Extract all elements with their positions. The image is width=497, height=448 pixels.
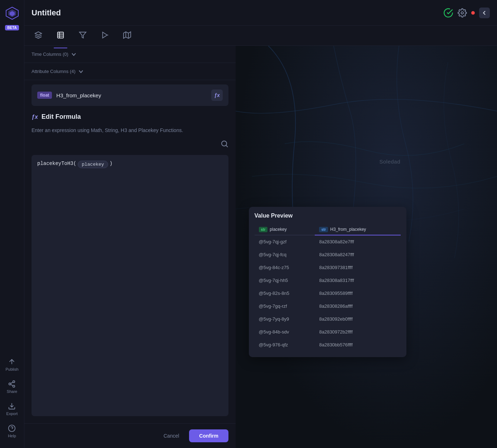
table-row: @5vg-7qj-hh5 8a28308a8317fff <box>255 274 401 287</box>
attribute-columns-label: Attribute Columns (4) <box>32 69 76 74</box>
value-preview-title: Value Preview <box>255 213 401 219</box>
table-row: @5vg-7qj-gzf 8a28308a82e7fff <box>255 235 401 248</box>
filter-tool[interactable] <box>76 28 90 43</box>
col-header-placekey: strplacekey <box>255 224 315 235</box>
map-city-label: Soledad <box>380 159 401 165</box>
svg-marker-10 <box>35 31 42 35</box>
svg-rect-11 <box>58 32 64 38</box>
svg-point-3 <box>13 381 15 383</box>
svg-line-21 <box>226 146 228 147</box>
time-columns-label: Time Columns (0) <box>32 52 68 57</box>
cell-h3: 8a283095589ffff <box>315 287 400 300</box>
publish-button[interactable]: Publish <box>5 354 18 376</box>
svg-point-4 <box>9 383 11 385</box>
col-header-h3: strH3_from_placekey <box>315 224 400 235</box>
cell-placekey: @5vg-7yq-8y9 <box>255 312 315 325</box>
table-row: @5vg-84c-z75 8a283097381ffff <box>255 261 401 274</box>
notification-dot <box>471 11 475 15</box>
cell-h3: 8a2830bb576ffff <box>315 338 400 351</box>
col-badge-str-1: str <box>259 227 268 232</box>
header-actions <box>443 8 490 18</box>
cell-placekey: @5vg-7qj-gzf <box>255 235 315 248</box>
table-tool[interactable] <box>54 28 67 43</box>
share-label: Share <box>7 389 17 394</box>
table-row: @5vg-84b-sdv 8a2830972b2ffff <box>255 325 401 338</box>
cell-h3: 8a283092eb0ffff <box>315 312 400 325</box>
formula-title-text: Edit Formula <box>42 113 81 121</box>
cell-placekey: @5vg-84c-z75 <box>255 261 315 274</box>
cell-placekey: @5vg-7qj-hh5 <box>255 274 315 287</box>
action-row: Cancel Confirm <box>24 423 236 448</box>
time-columns-section: Time Columns (0) <box>24 46 236 63</box>
cell-placekey: @5vg-7qj-fcq <box>255 248 315 261</box>
help-label: Help <box>8 434 16 438</box>
cell-placekey: @5vg-7gq-rzf <box>255 300 315 312</box>
cancel-button[interactable]: Cancel <box>158 429 185 442</box>
beta-badge: BETA <box>5 25 19 30</box>
toolbar <box>24 26 497 46</box>
header: Untitled <box>24 0 497 26</box>
map-tool[interactable] <box>120 28 134 43</box>
confirm-button[interactable]: Confirm <box>189 429 228 442</box>
table-header-row: strplacekey strH3_from_placekey <box>255 224 401 235</box>
layers-tool[interactable] <box>32 28 45 43</box>
formula-chip: placekey <box>78 161 108 168</box>
formula-input[interactable]: placekeyToH3( placekey ) <box>32 155 228 416</box>
sidebar: BETA Publish Share Export H <box>0 0 24 448</box>
search-button[interactable] <box>221 140 228 149</box>
help-button[interactable]: Help <box>5 420 18 442</box>
attribute-columns-section: Attribute Columns (4) <box>24 63 236 80</box>
page-title: Untitled <box>32 8 61 18</box>
formula-description: Enter an expression using Math, String, … <box>32 126 228 134</box>
time-columns-header[interactable]: Time Columns (0) <box>32 52 228 57</box>
formula-suffix: ) <box>110 161 112 166</box>
app-logo[interactable] <box>5 6 20 22</box>
svg-marker-15 <box>79 32 86 38</box>
svg-point-5 <box>13 385 15 388</box>
formula-icon: ƒx <box>32 114 38 120</box>
table-row: @5vg-7yq-8y9 8a283092eb0ffff <box>255 312 401 325</box>
formula-button[interactable]: ƒx <box>211 89 223 101</box>
svg-point-20 <box>222 141 227 146</box>
collapse-panel-button[interactable] <box>479 8 490 18</box>
formula-prefix: placekeyToH3( <box>37 161 76 166</box>
left-panel: Time Columns (0) Attribute Columns (4) f… <box>24 46 236 448</box>
value-preview-panel: Value Preview strplacekey strH3_from_pla… <box>249 207 406 357</box>
table-row: @5vg-82s-8n5 8a283095589ffff <box>255 287 401 300</box>
cell-h3: 8a2830972b2ffff <box>315 325 400 338</box>
cell-h3: 8a28308a82e7fff <box>315 235 400 248</box>
cell-h3: 8a283097381ffff <box>315 261 400 274</box>
col-badge-str-2: str <box>319 227 328 232</box>
formula-title: ƒx Edit Formula <box>32 113 228 121</box>
table-row: @5vg-7gq-rzf 8a28308286affff <box>255 300 401 312</box>
content-area: Time Columns (0) Attribute Columns (4) f… <box>24 46 497 448</box>
cell-placekey: @5vg-82s-8n5 <box>255 287 315 300</box>
column-card: float H3_from_placekey ƒx <box>32 84 228 106</box>
svg-line-6 <box>11 384 13 386</box>
value-preview-table: strplacekey strH3_from_placekey @5vg-7qj… <box>255 224 401 351</box>
map-area: Soledad Value Preview strplacekey strH3_… <box>236 46 497 448</box>
column-name: H3_from_placekey <box>56 92 207 98</box>
attribute-columns-header[interactable]: Attribute Columns (4) <box>32 69 228 74</box>
table-row: @5vg-976-qfz 8a2830bb576ffff <box>255 338 401 351</box>
cell-h3: 8a28308a8247fff <box>315 248 400 261</box>
export-button[interactable]: Export <box>5 398 18 420</box>
interaction-tool[interactable] <box>98 28 112 43</box>
svg-marker-17 <box>124 31 131 38</box>
table-row: @5vg-7qj-fcq 8a28308a8247fff <box>255 248 401 261</box>
svg-point-9 <box>461 11 464 14</box>
cell-h3: 8a28308286affff <box>315 300 400 312</box>
settings-icon[interactable] <box>458 8 467 18</box>
status-check-icon <box>443 8 453 18</box>
column-type-badge: float <box>37 92 52 99</box>
cell-placekey: @5vg-84b-sdv <box>255 325 315 338</box>
svg-line-7 <box>11 382 13 384</box>
publish-label: Publish <box>5 367 18 371</box>
cell-placekey: @5vg-976-qfz <box>255 338 315 351</box>
export-label: Export <box>6 412 18 416</box>
main-content: Untitled <box>24 0 497 448</box>
cell-h3: 8a28308a8317fff <box>315 274 400 287</box>
share-button[interactable]: Share <box>5 376 18 398</box>
formula-editor: ƒx Edit Formula Enter an expression usin… <box>24 106 236 423</box>
